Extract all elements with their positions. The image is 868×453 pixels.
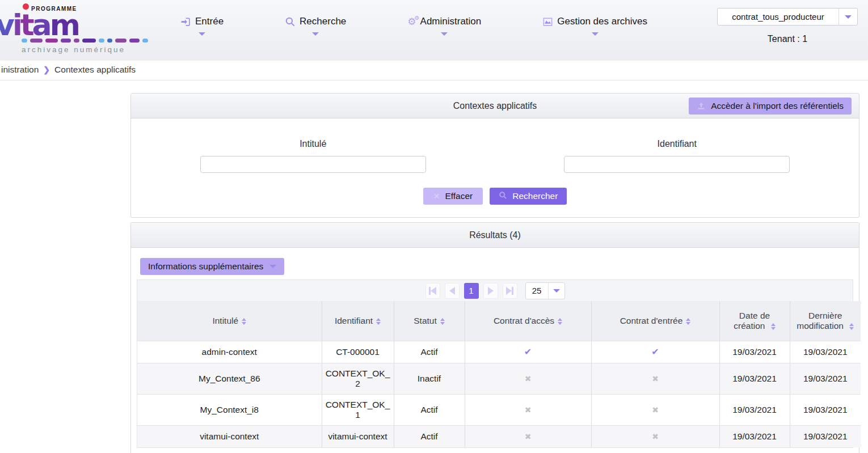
identifiant-label: Identifiant [658,139,697,149]
cell-contrat-acces: ✖ [465,394,591,425]
first-page-button[interactable] [425,283,440,299]
col-header-contrat-entree[interactable]: Contrat d'entrée [591,301,719,341]
breadcrumb-parent[interactable]: inistration [1,65,39,75]
nav-label: Entrée [195,16,224,27]
table-row[interactable]: My_Context_i8 CONTEXT_OK_1 Actif ✖ ✖ 19/… [137,394,861,425]
clear-button[interactable]: ✕ Effacer [423,188,483,205]
chevron-down-icon[interactable] [839,9,857,25]
table-row[interactable]: admin-context CT-000001 Actif ✔ ✔ 19/03/… [137,341,861,363]
check-icon: ✔ [524,346,532,357]
logo-dotted-line [22,39,148,43]
import-referentiels-button[interactable]: Accèder à l'import des référentiels [689,98,852,115]
table-row[interactable]: vitamui-context vitamui-context Actif ✖ … [137,425,861,447]
page-size-select[interactable]: 25 [525,282,565,299]
search-panel-title: Contextes applicatifs [453,101,537,111]
gears-icon: ⚙⚙ [407,16,416,27]
logo-wordmark: vitam [0,8,78,42]
search-icon [285,16,296,27]
chevron-down-icon [199,32,205,36]
cell-contrat-entree: ✖ [591,363,719,394]
chevron-down-icon [549,283,564,299]
results-table-zone: 1 25 Intitulé [137,280,853,448]
extra-info-label: Informations supplémentaires [148,261,263,272]
search-button-label: Rechercher [512,191,558,201]
results-panel-header: Résultats (4) [131,223,859,248]
nav-label: Gestion des archives [557,16,647,27]
nav-item-administration[interactable]: ⚙⚙ Administration [407,16,481,36]
cell-contrat-acces: ✔ [465,341,591,363]
current-page-button[interactable]: 1 [464,283,479,299]
cross-icon: ✖ [652,432,659,441]
results-table: Intitulé Identifiant Statut Contrat d'ac… [137,301,861,447]
cell-intitule: admin-context [137,341,322,363]
page-size-value: 25 [526,283,549,299]
chevron-down-icon [441,32,448,36]
cell-contrat-entree: ✖ [591,394,719,425]
nav-label: Recherche [300,16,346,27]
col-header-statut[interactable]: Statut [394,301,465,341]
app-header: PROGRAMME vitam archivage numérique Entr… [0,0,868,60]
col-header-contrat-acces[interactable]: Contrat d'accès [465,301,591,341]
previous-page-button[interactable] [445,283,460,299]
cell-identifiant: CONTEXT_OK_1 [322,394,394,425]
archives-icon [542,16,553,27]
cell-identifiant: vitamui-context [322,425,394,447]
sort-icon[interactable] [686,318,690,325]
table-header-row: Intitulé Identifiant Statut Contrat d'ac… [137,301,861,341]
contract-select-value: contrat_tous_producteur [718,9,839,25]
sort-icon[interactable] [242,318,246,325]
cross-icon: ✖ [525,432,532,441]
cell-identifiant: CONTEXT_OK_2 [322,363,394,394]
cell-intitule: My_Context_i8 [137,394,322,425]
cell-contrat-acces: ✖ [465,363,591,394]
cell-statut: Actif [394,394,465,425]
sort-icon[interactable] [440,318,445,325]
search-button-icon [499,191,507,202]
clear-x-icon: ✕ [433,192,440,201]
tenant-label: Tenant : 1 [717,34,858,44]
cell-date-creation: 19/03/2021 [719,425,790,447]
cell-contrat-entree: ✖ [591,425,719,447]
cell-statut: Inactif [394,363,465,394]
main-nav: Entrée Recherche ⚙⚙ Administration [180,16,647,36]
cell-date-modification: 19/03/2021 [790,425,861,447]
cell-statut: Actif [394,425,465,447]
table-row[interactable]: My_Context_86 CONTEXT_OK_2 Inactif ✖ ✖ 1… [137,363,861,394]
sort-icon[interactable] [376,318,381,325]
nav-item-entree[interactable]: Entrée [180,16,224,36]
cell-date-modification: 19/03/2021 [790,363,861,394]
intitule-label: Intitulé [300,139,326,149]
breadcrumb: inistration ❯ Contextes applicatifs [0,60,868,81]
col-header-derniere-modification[interactable]: Dernière modification [790,301,861,341]
chevron-down-icon [269,265,276,268]
chevron-down-icon [592,32,599,36]
cell-date-creation: 19/03/2021 [719,341,790,363]
clear-label: Effacer [445,191,473,201]
col-header-intitule[interactable]: Intitulé [137,301,322,341]
import-referentiels-label: Accèder à l'import des référentiels [711,101,844,111]
nav-item-recherche[interactable]: Recherche [285,16,346,36]
results-title: Résultats (4) [469,230,521,240]
nav-label: Administration [420,16,482,27]
cell-date-creation: 19/03/2021 [719,363,790,394]
sort-icon[interactable] [771,323,776,330]
col-header-identifiant[interactable]: Identifiant [322,301,394,341]
search-panel: Contextes applicatifs Accèder à l'import… [130,93,859,218]
sort-icon[interactable] [558,318,562,325]
intitule-input[interactable] [200,156,426,173]
sort-icon[interactable] [849,323,854,330]
cell-identifiant: CT-000001 [322,341,394,363]
col-header-date-creation[interactable]: Date de création [719,301,790,341]
identifiant-input[interactable] [564,156,790,173]
chevron-down-icon [312,32,319,36]
pagination: 1 25 [137,280,853,301]
last-page-button[interactable] [503,283,517,299]
search-button[interactable]: Rechercher [490,188,567,205]
cross-icon: ✖ [525,374,532,383]
check-icon: ✔ [651,346,659,357]
extra-info-button[interactable]: Informations supplémentaires [140,258,284,275]
breadcrumb-separator-icon: ❯ [43,65,50,74]
next-page-button[interactable] [483,283,498,299]
nav-item-gestion-archives[interactable]: Gestion des archives [542,16,647,36]
contract-select[interactable]: contrat_tous_producteur [717,8,858,26]
